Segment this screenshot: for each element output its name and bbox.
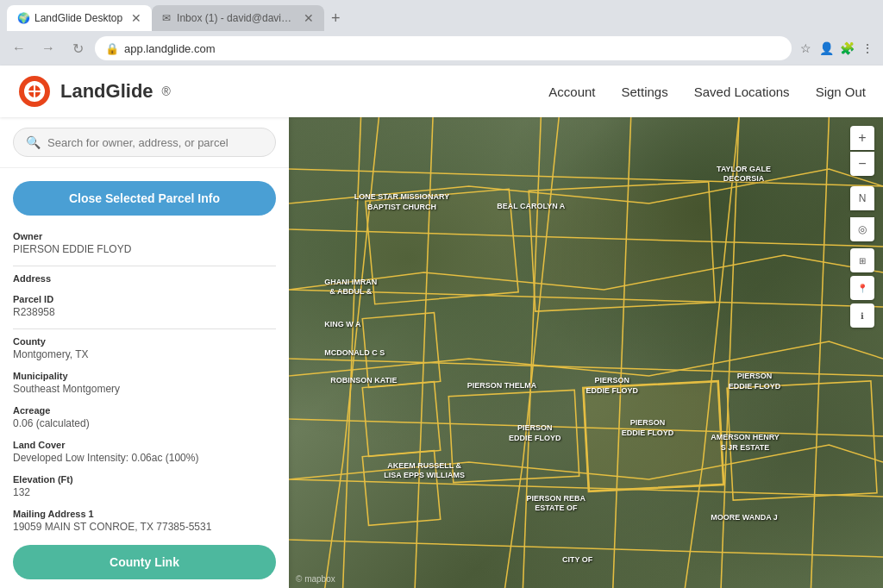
app-header: LandGlide® Account Settings Saved Locati… (0, 66, 883, 117)
acreage-value: 0.06 (calculated) (13, 417, 276, 429)
svg-line-9 (289, 169, 883, 186)
svg-rect-16 (366, 189, 518, 303)
lock-icon: 🔒 (105, 42, 119, 55)
parcel-info-panel: Close Selected Parcel Info Owner PIERSON… (0, 168, 289, 536)
tab-favicon-1: 🌍 (17, 12, 29, 24)
county-value: Montgomery, TX (13, 348, 276, 360)
land-cover-label: Land Cover (13, 440, 276, 450)
left-panel: 🔍 Close Selected Parcel Info Owner PIERS… (0, 117, 289, 588)
parcel-id-label: Parcel ID (13, 294, 276, 304)
svg-line-8 (811, 117, 829, 588)
search-bar-area: 🔍 (0, 117, 289, 168)
new-tab-button[interactable]: + (324, 9, 348, 28)
county-group: County Montgomery, TX (13, 336, 276, 360)
tab-inactive[interactable]: ✉ Inbox (1) - david@davidmdunn... ✕ (152, 5, 324, 31)
forward-button[interactable]: → (36, 36, 60, 60)
tab-title-2: Inbox (1) - david@davidmdunn... (177, 12, 295, 24)
svg-rect-19 (362, 382, 440, 457)
svg-line-4 (415, 117, 433, 588)
divider-2 (13, 328, 276, 329)
svg-line-15 (289, 540, 883, 557)
aerial-map: LONE STAR MISSIONARYBAPTIST CHURCH BEAL … (289, 117, 883, 588)
refresh-button[interactable]: ↻ (66, 36, 90, 60)
land-cover-group: Land Cover Developed Low Intensity: 0.06… (13, 440, 276, 464)
municipality-group: Municipality Southeast Montgomery (13, 371, 276, 395)
owner-label: Owner (13, 231, 276, 241)
tab-bar: 🌍 LandGlide Desktop ✕ ✉ Inbox (1) - davi… (0, 0, 883, 31)
zoom-in-button[interactable]: + (850, 126, 874, 150)
search-icon: 🔍 (26, 135, 41, 149)
tab-favicon-2: ✉ (162, 12, 172, 24)
svg-line-3 (343, 117, 361, 588)
mapbox-attribution: © mapbox (296, 574, 335, 584)
bookmark-icon[interactable]: ☆ (797, 40, 814, 57)
profile-icon[interactable]: 👤 (817, 40, 835, 57)
municipality-label: Municipality (13, 371, 276, 381)
browser-actions: ☆ 👤 🧩 ⋮ (797, 40, 876, 57)
acreage-label: Acreage (13, 405, 276, 416)
parcel-boundary-svg (289, 117, 883, 588)
logo-area: LandGlide® (17, 74, 548, 109)
acreage-group: Acreage 0.06 (calculated) (13, 405, 276, 429)
logo-icon (17, 74, 52, 109)
mailing-address-group: Mailing Address 1 19059 MAIN ST CONROE, … (13, 509, 276, 533)
tab-active[interactable]: 🌍 LandGlide Desktop ✕ (7, 5, 152, 31)
logo-text: LandGlide (60, 80, 153, 103)
municipality-value: Southeast Montgomery (13, 383, 276, 395)
svg-rect-23 (727, 381, 877, 500)
compass-button[interactable]: N (850, 186, 874, 210)
elevation-group: Elevation (Ft) 132 (13, 474, 276, 498)
address-label: Address (13, 273, 276, 284)
mailing-address-label: Mailing Address 1 (13, 509, 276, 519)
address-group: Address (13, 273, 276, 284)
nav-account[interactable]: Account (548, 84, 595, 99)
svg-rect-20 (362, 451, 440, 526)
county-link-button[interactable]: County Link (13, 545, 276, 579)
map-controls: + − (850, 126, 874, 176)
close-parcel-button[interactable]: Close Selected Parcel Info (13, 181, 276, 216)
search-wrapper: 🔍 (13, 128, 276, 157)
nav-sign-out[interactable]: Sign Out (816, 84, 866, 99)
app-container: LandGlide® Account Settings Saved Locati… (0, 66, 883, 588)
divider-1 (13, 266, 276, 266)
nav-settings[interactable]: Settings (622, 84, 668, 99)
browser-controls: ← → ↻ 🔒 app.landglide.com ☆ 👤 🧩 ⋮ (0, 31, 883, 66)
mailing-address-value: 19059 MAIN ST CONROE, TX 77385-5531 (13, 521, 276, 533)
svg-line-14 (289, 479, 883, 497)
tab-title-1: LandGlide Desktop (34, 12, 122, 24)
zoom-out-button[interactable]: − (850, 152, 874, 176)
nav-links: Account Settings Saved Locations Sign Ou… (548, 84, 866, 99)
svg-rect-24 (583, 381, 723, 491)
pin-button[interactable]: 📍 (850, 276, 874, 300)
layers-button[interactable]: ⊞ (850, 248, 874, 272)
elevation-label: Elevation (Ft) (13, 474, 276, 485)
county-label: County (13, 336, 276, 347)
main-content: 🔍 Close Selected Parcel Info Owner PIERS… (0, 117, 883, 588)
tab-close-1[interactable]: ✕ (131, 11, 141, 25)
svg-rect-18 (362, 313, 440, 388)
parcel-id-value: R238958 (13, 306, 276, 318)
logo-reg: ® (162, 84, 171, 98)
search-input[interactable] (47, 136, 263, 149)
back-button[interactable]: ← (7, 36, 31, 60)
address-bar[interactable]: 🔒 app.landglide.com (95, 36, 792, 60)
browser-chrome: 🌍 LandGlide Desktop ✕ ✉ Inbox (1) - davi… (0, 0, 883, 66)
parcel-id-group: Parcel ID R238958 (13, 294, 276, 318)
land-cover-value: Developed Low Intensity: 0.06ac (100%) (13, 452, 276, 464)
location-button[interactable]: ◎ (850, 217, 874, 241)
owner-value: PIERSON EDDIE FLOYD (13, 243, 276, 255)
owner-group: Owner PIERSON EDDIE FLOYD (13, 231, 276, 255)
elevation-value: 132 (13, 486, 276, 498)
menu-icon[interactable]: ⋮ (859, 40, 876, 57)
map-area[interactable]: LONE STAR MISSIONARYBAPTIST CHURCH BEAL … (289, 117, 883, 588)
info-button[interactable]: ℹ (850, 303, 874, 328)
svg-rect-21 (448, 390, 579, 482)
address-text: app.landglide.com (124, 42, 216, 55)
map-side-controls: N ◎ ⊞ 📍 ℹ (850, 186, 874, 328)
svg-rect-17 (529, 182, 715, 311)
extensions-icon[interactable]: 🧩 (838, 40, 855, 57)
nav-saved-locations[interactable]: Saved Locations (694, 84, 790, 99)
tab-close-2[interactable]: ✕ (304, 11, 314, 25)
svg-line-5 (523, 117, 541, 588)
